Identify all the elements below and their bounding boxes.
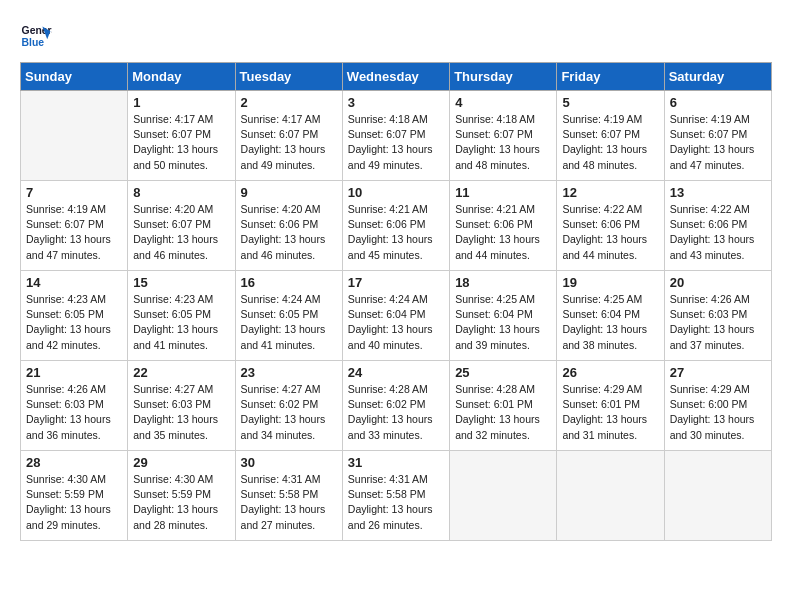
daylight-label: Daylight: 13 hours and 46 minutes. [133, 233, 218, 260]
day-number: 4 [455, 95, 551, 110]
daylight-label: Daylight: 13 hours and 40 minutes. [348, 323, 433, 350]
day-number: 11 [455, 185, 551, 200]
daylight-label: Daylight: 13 hours and 41 minutes. [133, 323, 218, 350]
sunrise-label: Sunrise: 4:22 AM [562, 203, 642, 215]
week-row-4: 21 Sunrise: 4:26 AM Sunset: 6:03 PM Dayl… [21, 361, 772, 451]
calendar-cell: 24 Sunrise: 4:28 AM Sunset: 6:02 PM Dayl… [342, 361, 449, 451]
sunset-label: Sunset: 6:03 PM [670, 308, 748, 320]
daylight-label: Daylight: 13 hours and 32 minutes. [455, 413, 540, 440]
sun-info: Sunrise: 4:26 AM Sunset: 6:03 PM Dayligh… [670, 292, 766, 353]
sun-info: Sunrise: 4:23 AM Sunset: 6:05 PM Dayligh… [26, 292, 122, 353]
calendar-cell [664, 451, 771, 541]
calendar-cell: 29 Sunrise: 4:30 AM Sunset: 5:59 PM Dayl… [128, 451, 235, 541]
calendar-cell: 31 Sunrise: 4:31 AM Sunset: 5:58 PM Dayl… [342, 451, 449, 541]
sunset-label: Sunset: 6:02 PM [348, 398, 426, 410]
calendar-cell: 20 Sunrise: 4:26 AM Sunset: 6:03 PM Dayl… [664, 271, 771, 361]
daylight-label: Daylight: 13 hours and 47 minutes. [26, 233, 111, 260]
logo-icon: General Blue [20, 20, 52, 52]
sunset-label: Sunset: 6:00 PM [670, 398, 748, 410]
calendar-cell: 8 Sunrise: 4:20 AM Sunset: 6:07 PM Dayli… [128, 181, 235, 271]
day-number: 31 [348, 455, 444, 470]
sun-info: Sunrise: 4:30 AM Sunset: 5:59 PM Dayligh… [26, 472, 122, 533]
sunrise-label: Sunrise: 4:25 AM [562, 293, 642, 305]
day-number: 28 [26, 455, 122, 470]
sunset-label: Sunset: 6:04 PM [348, 308, 426, 320]
header-cell-saturday: Saturday [664, 63, 771, 91]
page-header: General Blue [20, 20, 772, 52]
sunset-label: Sunset: 6:07 PM [133, 128, 211, 140]
sunrise-label: Sunrise: 4:24 AM [241, 293, 321, 305]
daylight-label: Daylight: 13 hours and 45 minutes. [348, 233, 433, 260]
day-number: 24 [348, 365, 444, 380]
sunset-label: Sunset: 6:06 PM [241, 218, 319, 230]
calendar-cell: 15 Sunrise: 4:23 AM Sunset: 6:05 PM Dayl… [128, 271, 235, 361]
day-number: 10 [348, 185, 444, 200]
day-number: 29 [133, 455, 229, 470]
week-row-5: 28 Sunrise: 4:30 AM Sunset: 5:59 PM Dayl… [21, 451, 772, 541]
daylight-label: Daylight: 13 hours and 48 minutes. [455, 143, 540, 170]
sun-info: Sunrise: 4:24 AM Sunset: 6:05 PM Dayligh… [241, 292, 337, 353]
calendar-cell: 10 Sunrise: 4:21 AM Sunset: 6:06 PM Dayl… [342, 181, 449, 271]
daylight-label: Daylight: 13 hours and 38 minutes. [562, 323, 647, 350]
sunrise-label: Sunrise: 4:19 AM [562, 113, 642, 125]
calendar-cell: 22 Sunrise: 4:27 AM Sunset: 6:03 PM Dayl… [128, 361, 235, 451]
sunrise-label: Sunrise: 4:19 AM [26, 203, 106, 215]
sun-info: Sunrise: 4:19 AM Sunset: 6:07 PM Dayligh… [670, 112, 766, 173]
sun-info: Sunrise: 4:27 AM Sunset: 6:03 PM Dayligh… [133, 382, 229, 443]
sun-info: Sunrise: 4:23 AM Sunset: 6:05 PM Dayligh… [133, 292, 229, 353]
sunset-label: Sunset: 6:02 PM [241, 398, 319, 410]
calendar-cell: 3 Sunrise: 4:18 AM Sunset: 6:07 PM Dayli… [342, 91, 449, 181]
daylight-label: Daylight: 13 hours and 28 minutes. [133, 503, 218, 530]
daylight-label: Daylight: 13 hours and 37 minutes. [670, 323, 755, 350]
logo: General Blue [20, 20, 52, 52]
sunrise-label: Sunrise: 4:27 AM [241, 383, 321, 395]
sunrise-label: Sunrise: 4:18 AM [455, 113, 535, 125]
sun-info: Sunrise: 4:17 AM Sunset: 6:07 PM Dayligh… [241, 112, 337, 173]
day-number: 9 [241, 185, 337, 200]
header-cell-monday: Monday [128, 63, 235, 91]
calendar-cell: 27 Sunrise: 4:29 AM Sunset: 6:00 PM Dayl… [664, 361, 771, 451]
day-number: 7 [26, 185, 122, 200]
daylight-label: Daylight: 13 hours and 49 minutes. [241, 143, 326, 170]
day-number: 30 [241, 455, 337, 470]
sun-info: Sunrise: 4:19 AM Sunset: 6:07 PM Dayligh… [562, 112, 658, 173]
sun-info: Sunrise: 4:20 AM Sunset: 6:06 PM Dayligh… [241, 202, 337, 263]
calendar-cell: 30 Sunrise: 4:31 AM Sunset: 5:58 PM Dayl… [235, 451, 342, 541]
daylight-label: Daylight: 13 hours and 42 minutes. [26, 323, 111, 350]
sun-info: Sunrise: 4:19 AM Sunset: 6:07 PM Dayligh… [26, 202, 122, 263]
calendar-cell: 14 Sunrise: 4:23 AM Sunset: 6:05 PM Dayl… [21, 271, 128, 361]
daylight-label: Daylight: 13 hours and 41 minutes. [241, 323, 326, 350]
day-number: 23 [241, 365, 337, 380]
day-number: 12 [562, 185, 658, 200]
day-number: 8 [133, 185, 229, 200]
calendar-cell: 4 Sunrise: 4:18 AM Sunset: 6:07 PM Dayli… [450, 91, 557, 181]
calendar-cell: 12 Sunrise: 4:22 AM Sunset: 6:06 PM Dayl… [557, 181, 664, 271]
header-cell-friday: Friday [557, 63, 664, 91]
sunrise-label: Sunrise: 4:24 AM [348, 293, 428, 305]
calendar-cell: 23 Sunrise: 4:27 AM Sunset: 6:02 PM Dayl… [235, 361, 342, 451]
sunset-label: Sunset: 5:59 PM [133, 488, 211, 500]
sun-info: Sunrise: 4:25 AM Sunset: 6:04 PM Dayligh… [455, 292, 551, 353]
sunrise-label: Sunrise: 4:28 AM [455, 383, 535, 395]
daylight-label: Daylight: 13 hours and 26 minutes. [348, 503, 433, 530]
calendar-cell: 13 Sunrise: 4:22 AM Sunset: 6:06 PM Dayl… [664, 181, 771, 271]
week-row-1: 1 Sunrise: 4:17 AM Sunset: 6:07 PM Dayli… [21, 91, 772, 181]
sun-info: Sunrise: 4:18 AM Sunset: 6:07 PM Dayligh… [455, 112, 551, 173]
sun-info: Sunrise: 4:24 AM Sunset: 6:04 PM Dayligh… [348, 292, 444, 353]
sunset-label: Sunset: 6:07 PM [670, 128, 748, 140]
calendar-cell: 26 Sunrise: 4:29 AM Sunset: 6:01 PM Dayl… [557, 361, 664, 451]
daylight-label: Daylight: 13 hours and 39 minutes. [455, 323, 540, 350]
sunrise-label: Sunrise: 4:31 AM [348, 473, 428, 485]
sunset-label: Sunset: 6:06 PM [348, 218, 426, 230]
sun-info: Sunrise: 4:30 AM Sunset: 5:59 PM Dayligh… [133, 472, 229, 533]
sunset-label: Sunset: 6:01 PM [562, 398, 640, 410]
sun-info: Sunrise: 4:17 AM Sunset: 6:07 PM Dayligh… [133, 112, 229, 173]
day-number: 20 [670, 275, 766, 290]
sunset-label: Sunset: 6:07 PM [133, 218, 211, 230]
daylight-label: Daylight: 13 hours and 44 minutes. [455, 233, 540, 260]
header-cell-sunday: Sunday [21, 63, 128, 91]
sun-info: Sunrise: 4:29 AM Sunset: 6:00 PM Dayligh… [670, 382, 766, 443]
calendar-cell: 16 Sunrise: 4:24 AM Sunset: 6:05 PM Dayl… [235, 271, 342, 361]
day-number: 6 [670, 95, 766, 110]
sunset-label: Sunset: 6:06 PM [562, 218, 640, 230]
